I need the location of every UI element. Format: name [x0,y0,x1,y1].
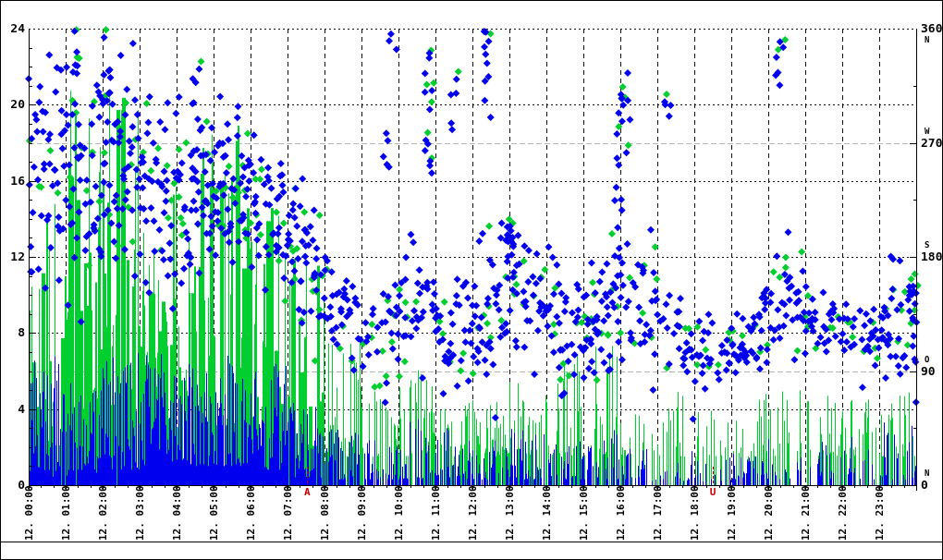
sunset-marker-label: U [708,486,717,498]
footer-status-bar: Letzte Aktualisierung: 13.10.2023, 00:01… [1,542,942,559]
wind-chart-canvas [1,1,943,542]
weather-chart-window: Windstarke/Boenstarke und Windrichtung/B… [0,0,943,560]
sunrise-marker-label: A [302,486,312,498]
